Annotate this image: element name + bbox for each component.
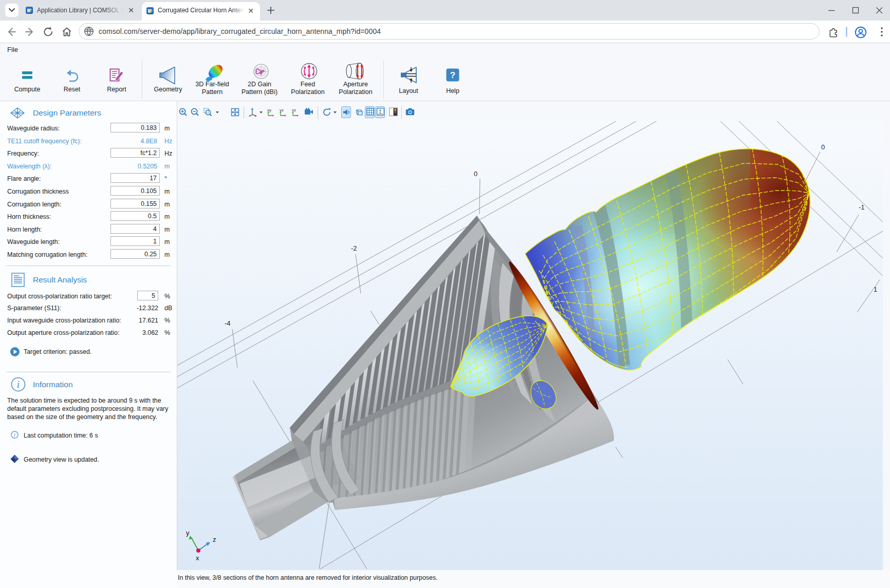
svg-text:i: i: [14, 432, 15, 438]
svg-text:x: x: [196, 554, 199, 562]
svg-text:?: ?: [450, 70, 455, 80]
svg-text:-4: -4: [225, 319, 231, 327]
svg-text:-1: -1: [859, 203, 865, 211]
svg-text:xz: xz: [292, 108, 296, 112]
svg-text:yz: yz: [280, 108, 284, 112]
svg-text:z: z: [213, 536, 216, 543]
svg-text:xy: xy: [267, 108, 271, 112]
svg-text:0: 0: [474, 170, 477, 178]
svg-text:0: 0: [821, 143, 825, 151]
svg-text:1: 1: [874, 286, 877, 293]
svg-text:y: y: [186, 529, 190, 537]
svg-text:i: i: [17, 379, 20, 390]
svg-text:-2: -2: [351, 244, 357, 252]
